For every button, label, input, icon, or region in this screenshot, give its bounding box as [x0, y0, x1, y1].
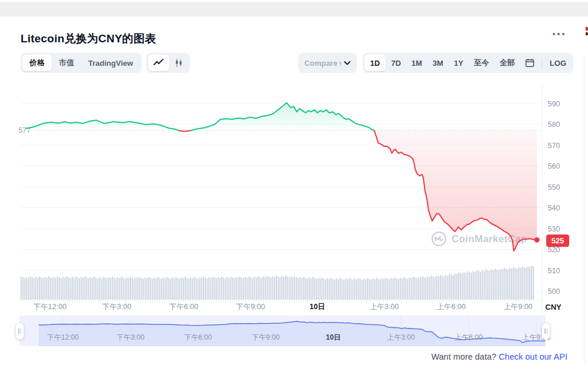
last-price-dot [534, 237, 540, 243]
svg-text:下午6:00: 下午6:00 [184, 333, 212, 341]
svg-text:530: 530 [548, 225, 560, 233]
brush-handle-left[interactable] [15, 323, 24, 340]
svg-text:下午3:00: 下午3:00 [116, 333, 145, 341]
chart-area: CoinMarketCap 59058057056055054053052051… [0, 76, 588, 382]
svg-text:540: 540 [548, 204, 560, 212]
period-ytd[interactable]: 至今 [469, 55, 495, 71]
svg-text:下午9:00: 下午9:00 [236, 303, 265, 311]
chevron-down-icon [344, 61, 350, 65]
current-price-badge: 525 [546, 234, 569, 247]
svg-text:520: 520 [548, 246, 560, 254]
svg-text:CNY: CNY [545, 303, 562, 311]
svg-text:下午6:00: 下午6:00 [169, 303, 198, 311]
chart-toolbar: 价格 市值 TradingView Compare wi 1D 7D 1M 3M… [21, 53, 573, 73]
svg-text:下午3:00: 下午3:00 [102, 303, 131, 311]
chart-type-toggle [146, 53, 190, 73]
period-all[interactable]: 全部 [495, 55, 520, 71]
svg-text:下午9:00: 下午9:00 [252, 333, 280, 341]
compare-label: Compare wi [305, 59, 341, 68]
price-chart[interactable]: 590580570560550540530520510500CNY577下午12… [0, 76, 588, 382]
line-chart-icon[interactable] [148, 55, 169, 71]
svg-text:580: 580 [548, 120, 560, 129]
clipped-edge-decoration [586, 27, 588, 31]
tab-marketcap[interactable]: 市值 [52, 55, 81, 71]
svg-text:10日: 10日 [310, 303, 325, 311]
calendar-icon[interactable] [520, 55, 539, 71]
svg-text:10日: 10日 [326, 333, 340, 341]
candlestick-chart-icon[interactable] [169, 55, 188, 71]
log-scale-toggle[interactable]: LOG [544, 55, 572, 71]
svg-text:590: 590 [548, 100, 560, 108]
compare-dropdown[interactable]: Compare wi [298, 53, 357, 73]
period-7d[interactable]: 7D [386, 55, 406, 71]
page-title: Litecoin兑换为CNY的图表 [21, 31, 156, 46]
period-3m[interactable]: 3M [427, 55, 449, 71]
svg-text:上午3:00: 上午3:00 [370, 303, 399, 311]
period-1y[interactable]: 1Y [449, 55, 469, 71]
svg-text:510: 510 [548, 267, 560, 275]
svg-text:上午6:00: 上午6:00 [437, 303, 466, 311]
svg-text:上午3:00: 上午3:00 [387, 333, 415, 341]
period-1d[interactable]: 1D [365, 55, 386, 71]
svg-text:下午12:00: 下午12:00 [47, 333, 79, 341]
svg-text:上午6:00: 上午6:00 [455, 333, 483, 341]
chart-mode-tabs: 价格 市值 TradingView [21, 53, 142, 73]
minimap-brush[interactable]: 下午12:00下午3:00下午6:00下午9:0010日上午3:00上午6:00… [19, 316, 550, 346]
period-selector: 1D 7D 1M 3M 1Y 至今 全部 LOG [363, 53, 573, 73]
brush-handle-right[interactable] [542, 323, 550, 340]
x-axis-labels: 下午12:00下午3:00下午6:00下午9:0010日上午3:00上午6:00… [34, 303, 533, 311]
period-1m[interactable]: 1M [406, 55, 427, 71]
page-top-strip [0, 2, 588, 16]
svg-text:560: 560 [548, 162, 560, 170]
more-options-icon[interactable] [550, 31, 567, 38]
svg-text:550: 550 [548, 183, 560, 192]
svg-text:500: 500 [548, 287, 560, 296]
svg-text:570: 570 [548, 142, 560, 150]
tab-price[interactable]: 价格 [22, 55, 52, 71]
tab-tradingview[interactable]: TradingView [81, 55, 140, 71]
clipped-edge-decoration [586, 32, 588, 35]
volume-bars [21, 266, 534, 300]
svg-text:上午9:00: 上午9:00 [503, 303, 532, 311]
svg-text:下午12:00: 下午12:00 [34, 303, 66, 311]
toolbar-divider [542, 58, 542, 68]
